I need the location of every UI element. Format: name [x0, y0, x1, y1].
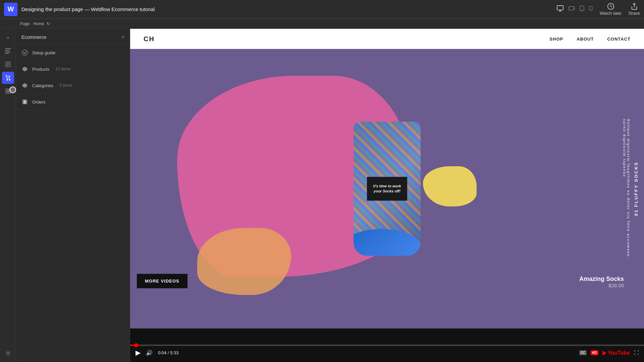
svg-rect-23: [6, 92, 8, 94]
main-area: CH SHOP ABOUT CONTACT it's time to work …: [130, 29, 644, 362]
product-title: Amazing Socks: [579, 276, 624, 283]
panel-header: Ecommerce ×: [16, 29, 130, 45]
webflow-logo: W: [4, 3, 17, 16]
svg-rect-22: [8, 89, 10, 91]
youtube-logo: ▶ YouTube: [602, 350, 630, 356]
phone-icon[interactable]: [589, 5, 593, 14]
time-display: 0:04 / 5:33: [158, 350, 178, 355]
time-current: 0:04: [158, 350, 166, 355]
orders-label: Orders: [32, 100, 46, 105]
svg-point-20: [9, 79, 10, 80]
svg-marker-27: [22, 67, 27, 71]
top-bar: W Designing the product page — Webflow E…: [0, 0, 644, 19]
cc-badge[interactable]: CC: [579, 350, 587, 355]
setup-guide-item[interactable]: Setup guide: [16, 45, 130, 61]
page-label: Page:: [20, 21, 31, 26]
video-controls: ▶ 🔊 0:04 / 5:33 CC HD ▶ YouTube ⛶: [130, 328, 644, 362]
tablet-portrait-icon[interactable]: [579, 5, 585, 14]
nav-about[interactable]: ABOUT: [577, 37, 594, 42]
products-label: Products: [32, 67, 49, 72]
video-content: it's time to work your Socks off! Suliqu…: [130, 49, 644, 328]
share-button[interactable]: Share: [628, 3, 640, 16]
nav-contact[interactable]: CONTACT: [607, 37, 631, 42]
products-item[interactable]: Products 10 items: [16, 61, 130, 77]
video-title: Designing the product page — Webflow Eco…: [21, 6, 552, 12]
categories-count: 5 items: [59, 83, 72, 88]
assets-icon[interactable]: [2, 85, 14, 97]
svg-text:$: $: [24, 100, 26, 104]
svg-rect-12: [5, 50, 10, 51]
ecommerce-panel: Ecommerce × Setup guide Products 10 item…: [16, 29, 130, 362]
side-number: 01 FLUFFY SOCKS: [634, 162, 639, 216]
sidebar-icons: ＋: [0, 29, 16, 362]
setup-guide-icon: [21, 49, 28, 56]
sock-label: it's time to work your Socks off!: [367, 177, 407, 201]
products-count: 10 items: [55, 67, 70, 71]
categories-icon: [21, 82, 28, 89]
page-name: Home: [33, 21, 44, 26]
navigator-icon[interactable]: [2, 45, 14, 57]
panel-close-button[interactable]: ×: [121, 34, 124, 40]
preview-brand: CH: [144, 35, 155, 43]
product-price: $28.00: [579, 283, 624, 288]
svg-rect-11: [5, 48, 11, 49]
svg-rect-21: [6, 89, 8, 91]
svg-point-6: [582, 10, 582, 10]
products-icon: [21, 66, 28, 72]
categories-item[interactable]: Categories 5 items: [16, 77, 130, 94]
svg-rect-24: [8, 92, 10, 94]
controls-row: ▶ 🔊 0:04 / 5:33 CC HD ▶ YouTube ⛶: [130, 349, 644, 357]
categories-label: Categories: [32, 83, 53, 88]
svg-rect-14: [5, 53, 9, 54]
top-bar-actions: Watch later Share: [600, 3, 640, 16]
nav-shop[interactable]: SHOP: [549, 37, 563, 42]
watch-later-label: Watch later: [600, 11, 622, 16]
top-bar-right: Watch later Share: [556, 3, 640, 16]
svg-point-4: [574, 8, 574, 9]
progress-dot: [134, 343, 138, 347]
time-total: 5:33: [170, 350, 178, 355]
more-videos-button[interactable]: MORE VIDEOS: [137, 274, 187, 288]
svg-rect-0: [557, 6, 563, 10]
progress-bar[interactable]: [130, 345, 644, 346]
tablet-landscape-icon[interactable]: [568, 5, 575, 13]
side-text: Sulique dignissim faugitimes eu dolor si…: [623, 119, 631, 259]
settings-icon[interactable]: [2, 347, 14, 359]
desktop-icon[interactable]: [556, 5, 564, 14]
fullscreen-button[interactable]: ⛶: [634, 350, 639, 355]
pages-icon[interactable]: [2, 58, 14, 70]
svg-point-25: [7, 352, 9, 354]
panel-title: Ecommerce: [21, 35, 47, 40]
orders-icon: $: [21, 99, 28, 105]
refresh-icon[interactable]: ↻: [47, 21, 50, 26]
orders-item[interactable]: $ Orders: [16, 94, 130, 110]
page-header: Page: Home ↻: [0, 19, 644, 29]
device-icons: [556, 5, 593, 14]
volume-button[interactable]: 🔊: [146, 350, 153, 356]
sock-image: it's time to work your Socks off!: [354, 122, 421, 256]
ecommerce-icon[interactable]: [2, 72, 14, 84]
hd-badge: HD: [591, 350, 598, 355]
product-info-overlay: Amazing Socks $28.00: [579, 276, 624, 288]
share-label: Share: [628, 11, 640, 16]
watch-later-button[interactable]: Watch later: [600, 3, 622, 16]
add-element-icon[interactable]: ＋: [2, 32, 14, 44]
progress-container[interactable]: [130, 345, 644, 346]
setup-guide-label: Setup guide: [32, 50, 55, 55]
play-button[interactable]: ▶: [136, 349, 141, 357]
svg-point-19: [7, 79, 8, 80]
controls-right: CC HD ▶ YouTube ⛶: [579, 350, 639, 356]
preview-header: CH SHOP ABOUT CONTACT: [130, 29, 644, 49]
blob-orange: [197, 228, 291, 295]
svg-point-26: [22, 50, 28, 55]
svg-rect-13: [5, 52, 10, 52]
svg-point-8: [591, 9, 591, 10]
preview-nav: SHOP ABOUT CONTACT: [549, 37, 631, 42]
svg-marker-28: [22, 83, 27, 88]
